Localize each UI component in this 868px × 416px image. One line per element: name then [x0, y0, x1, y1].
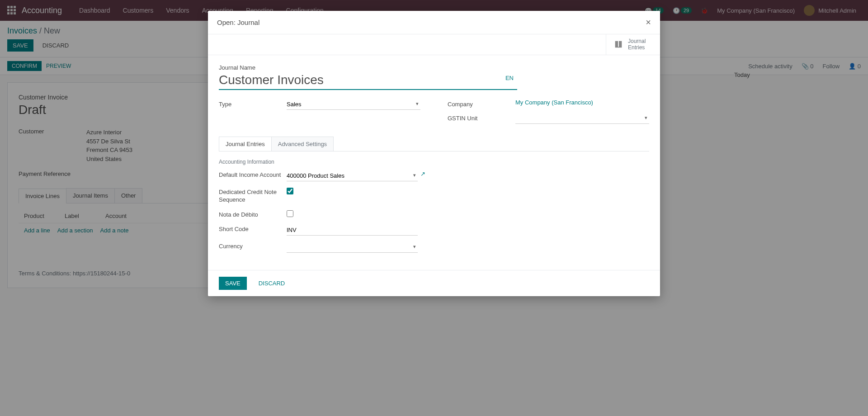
modal-discard-button[interactable]: Discard [252, 277, 292, 290]
journal-entries-stat-button[interactable]: Journal Entries [606, 34, 660, 55]
credit-note-checkbox[interactable] [287, 188, 293, 194]
tab-advanced-settings[interactable]: Advanced Settings [271, 137, 334, 151]
close-icon[interactable]: × [646, 17, 651, 28]
type-label: Type [219, 99, 287, 108]
journal-modal: Open: Journal × Journal Entries Journal … [208, 11, 660, 296]
stat-button-label: Journal Entries [628, 38, 646, 51]
book-icon [613, 39, 623, 49]
journal-name-input[interactable] [219, 71, 517, 90]
tab-journal-entries[interactable]: Journal Entries [219, 137, 272, 151]
nota-label: Nota de Débito [219, 210, 287, 219]
default-income-label: Default Income Account [219, 170, 287, 179]
default-income-select[interactable] [287, 170, 418, 181]
gstin-select[interactable] [515, 113, 649, 124]
credit-note-label: Dedicated Credit Note Sequence [219, 188, 287, 204]
company-label: Company [448, 99, 515, 108]
journal-name-label: Journal Name [219, 64, 649, 71]
gstin-label: GSTIN Unit [448, 113, 515, 122]
type-select[interactable] [287, 99, 420, 110]
modal-title: Open: Journal [217, 19, 259, 26]
currency-label: Currency [219, 242, 287, 251]
lang-badge[interactable]: EN [505, 75, 514, 81]
modal-save-button[interactable]: Save [219, 277, 247, 290]
modal-overlay: Open: Journal × Journal Entries Journal … [0, 0, 868, 416]
shortcode-label: Short Code [219, 225, 287, 233]
shortcode-input[interactable] [287, 225, 418, 236]
external-link-icon[interactable]: ↗ [420, 170, 425, 177]
currency-select[interactable] [287, 242, 418, 253]
company-value[interactable]: My Company (San Francisco) [515, 99, 593, 106]
accounting-info-title: Accounting Information [219, 159, 649, 165]
nota-checkbox[interactable] [287, 210, 293, 217]
